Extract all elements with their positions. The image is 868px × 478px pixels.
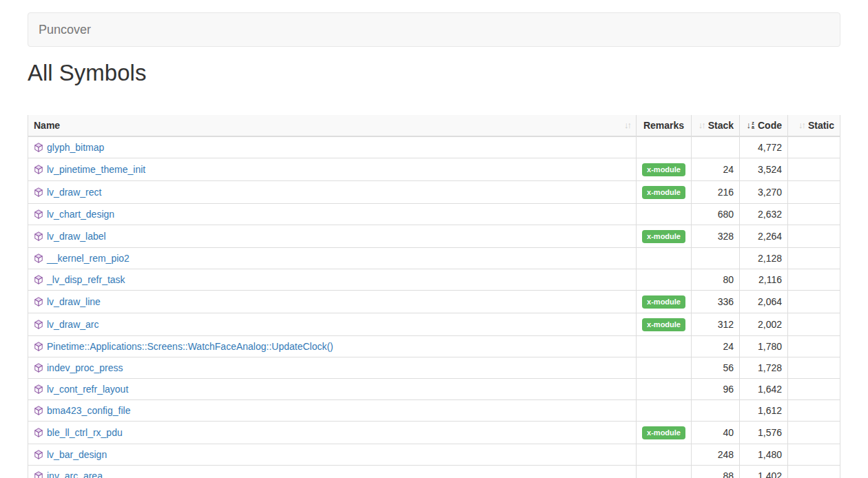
symbol-cube-icon [34, 231, 43, 241]
symbol-link[interactable]: lv_chart_design [47, 209, 114, 220]
table-row: lv_pinetime_theme_init x-module 24 3,524 [28, 158, 840, 181]
symbol-cube-icon [34, 428, 43, 437]
symbol-link[interactable]: _lv_disp_refr_task [47, 274, 125, 285]
name-cell: _lv_disp_refr_task [28, 269, 637, 291]
remarks-cell [637, 269, 692, 291]
symbol-link[interactable]: bma423_config_file [47, 405, 130, 416]
code-cell: 4,772 [740, 136, 788, 158]
remarks-cell [637, 248, 692, 269]
symbol-link[interactable]: glyph_bitmap [47, 142, 104, 153]
table-row: lv_draw_label x-module 328 2,264 [28, 225, 840, 248]
name-cell: ble_ll_ctrl_rx_pdu [28, 422, 637, 444]
name-cell: lv_bar_design [28, 444, 637, 466]
code-cell: 1,402 [740, 466, 788, 478]
table-row: lv_draw_arc x-module 312 2,002 [28, 313, 840, 336]
remarks-cell: x-module [637, 158, 692, 181]
sort-descending-icon: ↓ z a [747, 119, 754, 132]
table-header-row: Name ↓↑ Remarks ↓↑ Stack ↓ [28, 115, 840, 136]
stack-cell: 216 [692, 181, 740, 204]
column-header-static[interactable]: ↓↑ Static [788, 115, 840, 136]
name-cell: bma423_config_file [28, 400, 637, 422]
code-cell: 2,002 [740, 313, 788, 336]
symbol-link[interactable]: lv_pinetime_theme_init [47, 164, 145, 175]
remarks-cell [637, 466, 692, 478]
symbols-table: Name ↓↑ Remarks ↓↑ Stack ↓ [28, 115, 840, 478]
table-row: lv_chart_design 680 2,632 [28, 204, 840, 225]
navbar-brand[interactable]: Puncover [28, 12, 101, 47]
table-row: inv_arc_area 88 1,402 [28, 466, 840, 478]
stack-cell: 56 [692, 357, 740, 379]
column-header-name[interactable]: Name ↓↑ [28, 115, 637, 136]
static-cell [788, 291, 840, 313]
symbol-cube-icon [34, 187, 43, 197]
remark-badge: x-module [642, 295, 685, 309]
symbol-cube-icon [34, 363, 43, 373]
column-header-remarks[interactable]: Remarks [637, 115, 692, 136]
remark-badge: x-module [642, 318, 685, 331]
table-row: _lv_disp_refr_task 80 2,116 [28, 269, 840, 291]
remarks-cell: x-module [637, 291, 692, 313]
stack-cell: 96 [692, 379, 740, 400]
name-cell: lv_draw_label [28, 225, 637, 248]
static-cell [788, 313, 840, 336]
symbol-link[interactable]: lv_bar_design [47, 449, 107, 460]
page-container: Puncover All Symbols Name ↓↑ Remarks [28, 12, 840, 478]
column-header-name-label: Name [34, 119, 60, 132]
column-header-code[interactable]: ↓ z a Code [740, 115, 788, 136]
stack-cell [692, 248, 740, 269]
static-cell [788, 269, 840, 291]
stack-cell: 40 [692, 422, 740, 444]
name-cell: Pinetime::Applications::Screens::WatchFa… [28, 336, 637, 357]
symbol-link[interactable]: lv_cont_refr_layout [47, 384, 128, 395]
table-row: lv_draw_line x-module 336 2,064 [28, 291, 840, 313]
page-title: All Symbols [28, 61, 840, 85]
column-header-stack[interactable]: ↓↑ Stack [692, 115, 740, 136]
static-cell [788, 336, 840, 357]
static-cell [788, 444, 840, 466]
symbol-link[interactable]: indev_proc_press [47, 362, 123, 373]
symbol-link[interactable]: lv_draw_label [47, 231, 106, 242]
symbol-cube-icon [34, 471, 43, 478]
code-cell: 1,576 [740, 422, 788, 444]
name-cell: lv_draw_arc [28, 313, 637, 336]
remark-badge: x-module [642, 163, 685, 176]
static-cell [788, 204, 840, 225]
remarks-cell [637, 136, 692, 158]
name-cell: indev_proc_press [28, 357, 637, 379]
column-header-remarks-label: Remarks [643, 120, 684, 131]
symbol-cube-icon [34, 165, 43, 174]
remarks-cell: x-module [637, 225, 692, 248]
symbol-link[interactable]: ble_ll_ctrl_rx_pdu [47, 427, 123, 438]
symbol-link[interactable]: lv_draw_line [47, 296, 101, 307]
table-row: bma423_config_file 1,612 [28, 400, 840, 422]
code-cell: 1,480 [740, 444, 788, 466]
symbol-link[interactable]: inv_arc_area [47, 470, 103, 478]
stack-cell: 312 [692, 313, 740, 336]
static-cell [788, 422, 840, 444]
static-cell [788, 466, 840, 478]
symbol-cube-icon [34, 320, 43, 329]
stack-cell: 248 [692, 444, 740, 466]
name-cell: lv_cont_refr_layout [28, 379, 637, 400]
remark-badge: x-module [642, 426, 685, 439]
code-cell: 2,632 [740, 204, 788, 225]
symbol-link[interactable]: lv_draw_rect [47, 187, 101, 198]
static-cell [788, 136, 840, 158]
remarks-cell [637, 357, 692, 379]
remark-badge: x-module [642, 186, 685, 199]
symbol-cube-icon [34, 143, 43, 152]
navbar: Puncover [28, 12, 840, 47]
name-cell: lv_pinetime_theme_init [28, 158, 637, 181]
stack-cell: 680 [692, 204, 740, 225]
static-cell [788, 158, 840, 181]
symbol-cube-icon [34, 384, 43, 394]
sort-unsorted-icon: ↓↑ [624, 119, 630, 132]
symbol-link[interactable]: lv_draw_arc [47, 319, 99, 330]
stack-cell: 80 [692, 269, 740, 291]
symbol-cube-icon [34, 209, 43, 219]
symbol-link[interactable]: Pinetime::Applications::Screens::WatchFa… [47, 341, 333, 352]
stack-cell: 24 [692, 336, 740, 357]
table-row: indev_proc_press 56 1,728 [28, 357, 840, 379]
symbol-link[interactable]: __kernel_rem_pio2 [47, 253, 130, 264]
column-header-static-label: Static [808, 119, 834, 132]
